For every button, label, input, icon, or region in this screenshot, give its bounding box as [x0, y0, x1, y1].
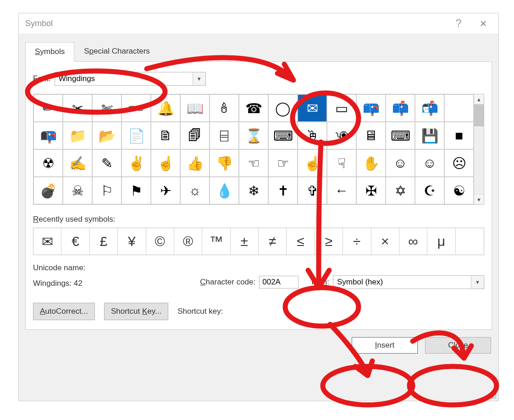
symbol-cell[interactable]: 🖰: [298, 122, 327, 149]
symbol-cell[interactable]: 📬: [415, 94, 444, 122]
symbol-cell[interactable]: ☎: [239, 94, 268, 122]
scroll-down-icon[interactable]: ▼: [474, 194, 484, 204]
char-code-input[interactable]: [259, 276, 298, 289]
symbol-cell[interactable]: ✈: [151, 177, 180, 204]
symbol-cell[interactable]: ☞: [268, 149, 298, 177]
dialog-title: Symbol: [25, 19, 446, 28]
recent-symbol-cell[interactable]: £: [90, 228, 118, 255]
symbol-cell[interactable]: ☝: [298, 149, 327, 177]
symbol-cell[interactable]: ⚑: [122, 177, 151, 204]
recent-symbol-cell[interactable]: ✉: [33, 228, 61, 255]
from-input[interactable]: [333, 276, 471, 289]
symbol-cell[interactable]: ✄: [92, 94, 122, 122]
symbol-cell[interactable]: 🗐: [180, 122, 210, 149]
symbol-cell[interactable]: ⌛: [239, 122, 268, 149]
symbol-cell[interactable]: ☟: [327, 149, 356, 177]
symbol-cell[interactable]: ✏: [33, 94, 63, 122]
symbol-cell[interactable]: ☪: [415, 177, 444, 204]
close-button[interactable]: Close: [425, 337, 491, 354]
symbol-cell[interactable]: ✌: [122, 149, 151, 177]
symbol-cell[interactable]: ◯: [268, 94, 298, 122]
scroll-thumb[interactable]: [474, 104, 484, 126]
symbol-cell[interactable]: ☼: [180, 177, 210, 204]
symbol-cell[interactable]: 🖲: [327, 122, 356, 149]
symbol-cell[interactable]: 💾: [415, 122, 444, 149]
symbol-cell[interactable]: 👍: [180, 149, 210, 177]
chevron-down-icon[interactable]: ▼: [471, 276, 484, 289]
symbol-cell[interactable]: ✉: [298, 94, 327, 122]
symbol-cell[interactable]: ☺: [415, 149, 444, 177]
symbol-cell[interactable]: 💧: [210, 177, 239, 204]
recent-symbol-cell[interactable]: ∞: [399, 228, 427, 255]
recent-symbol-cell[interactable]: ±: [231, 228, 259, 255]
symbol-cell[interactable]: ✋: [356, 149, 386, 177]
symbol-cell[interactable]: ☹: [444, 149, 474, 177]
symbol-grid[interactable]: ✏✂✄👓🔔📖🕯☎◯✉▭📪📫📬📭📁📂📄🗎🗐⌸⌛⌨🖰🖲🖥⌨💾■☢✍✎✌☝👍👎☜☞☝☟…: [33, 94, 474, 204]
resize-grip[interactable]: [490, 393, 497, 400]
symbol-cell[interactable]: ✠: [356, 177, 386, 204]
symbol-cell[interactable]: 📫: [386, 94, 415, 122]
shortcut-key-button[interactable]: Shortcut Key...: [104, 303, 168, 320]
symbol-cell[interactable]: ☢: [33, 149, 63, 177]
symbol-cell[interactable]: ✍: [63, 149, 92, 177]
chevron-down-icon[interactable]: ▼: [193, 72, 205, 85]
recent-symbol-cell[interactable]: ™: [202, 228, 230, 255]
symbol-cell[interactable]: [444, 94, 474, 122]
recent-symbol-cell[interactable]: ÷: [343, 228, 371, 255]
symbol-cell[interactable]: 💣: [33, 177, 63, 204]
font-combo[interactable]: ▼: [55, 72, 206, 86]
scroll-track[interactable]: [474, 126, 484, 194]
symbol-cell[interactable]: ✎: [92, 149, 122, 177]
symbol-cell[interactable]: ⌨: [268, 122, 298, 149]
autocorrect-button[interactable]: AutoCorrect...: [33, 303, 95, 320]
symbol-cell[interactable]: 📂: [92, 122, 122, 149]
symbol-cell[interactable]: ✝: [268, 177, 298, 204]
symbol-cell[interactable]: 📄: [122, 122, 151, 149]
symbol-cell[interactable]: ✂: [63, 94, 92, 122]
symbol-cell[interactable]: ⌨: [386, 122, 415, 149]
symbol-cell[interactable]: 📪: [356, 94, 386, 122]
symbol-cell[interactable]: 📭: [33, 122, 63, 149]
help-button[interactable]: ?: [446, 13, 471, 33]
recent-symbol-cell[interactable]: ¥: [118, 228, 146, 255]
recent-symbol-cell[interactable]: ≤: [287, 228, 315, 255]
symbol-cell[interactable]: 👎: [210, 149, 239, 177]
symbol-cell[interactable]: ☯: [444, 177, 474, 204]
insert-button[interactable]: Insert: [352, 337, 418, 354]
symbol-cell[interactable]: ☠: [63, 177, 92, 204]
symbol-cell[interactable]: ☜: [239, 149, 268, 177]
symbol-cell[interactable]: ⌸: [210, 122, 239, 149]
symbol-cell[interactable]: ❄: [239, 177, 268, 204]
recent-symbol-cell[interactable]: ≠: [259, 228, 287, 255]
recent-symbol-cell[interactable]: [456, 228, 484, 255]
symbol-cell[interactable]: ✞: [298, 177, 327, 204]
symbol-cell[interactable]: 👓: [122, 94, 151, 122]
tab-symbols[interactable]: Symbols: [25, 42, 74, 62]
close-window-button[interactable]: ×: [471, 13, 496, 33]
symbol-cell[interactable]: ☺: [386, 149, 415, 177]
recent-symbol-cell[interactable]: ®: [174, 228, 202, 255]
symbol-cell[interactable]: ■: [444, 122, 474, 149]
symbol-cell[interactable]: 🔔: [151, 94, 180, 122]
recent-symbol-cell[interactable]: μ: [427, 228, 455, 255]
symbol-cell[interactable]: 🖥: [356, 122, 386, 149]
symbol-cell[interactable]: 🕯: [210, 94, 239, 122]
grid-scrollbar[interactable]: ▲ ▼: [474, 94, 484, 204]
symbol-cell[interactable]: 📖: [180, 94, 210, 122]
symbol-cell[interactable]: ⚐: [92, 177, 122, 204]
scroll-up-icon[interactable]: ▲: [474, 94, 484, 104]
font-input[interactable]: [55, 72, 193, 85]
recent-symbol-cell[interactable]: ≥: [315, 228, 343, 255]
recent-symbol-cell[interactable]: €: [61, 228, 89, 255]
symbol-cell[interactable]: 📁: [63, 122, 92, 149]
symbol-cell[interactable]: ▭: [327, 94, 356, 122]
symbol-cell[interactable]: ✡: [386, 177, 415, 204]
symbol-cell[interactable]: ←: [327, 177, 356, 204]
recent-symbol-cell[interactable]: ©: [146, 228, 174, 255]
tab-special-characters[interactable]: Special Characters: [74, 42, 160, 61]
from-combo[interactable]: ▼: [333, 275, 484, 289]
symbol-cell[interactable]: 🗎: [151, 122, 180, 149]
recent-symbol-cell[interactable]: ×: [371, 228, 399, 255]
recently-used-row[interactable]: ✉€£¥©®™±≠≤≥÷×∞μ: [33, 228, 484, 255]
symbol-cell[interactable]: ☝: [151, 149, 180, 177]
